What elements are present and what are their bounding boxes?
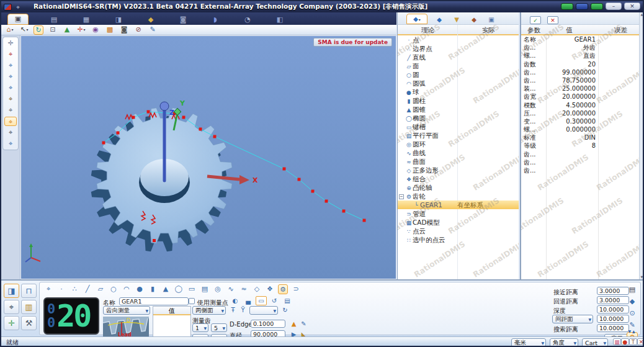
clearance-input[interactable]: 10.0000 <box>597 315 629 323</box>
probe-mode-disable[interactable]: ⌖ <box>4 50 17 59</box>
pipe-tool-icon[interactable]: ⊃ <box>291 284 301 294</box>
param-row[interactable]: 齿宽20.000000 <box>521 92 639 101</box>
tree-item-polygon[interactable]: ◇正多边形 <box>398 166 519 174</box>
flank-mode-dropdown[interactable]: 两侧面▼ <box>192 306 226 315</box>
tree-item-ellipse[interactable]: ◯椭圆 <box>398 114 519 122</box>
tab-rotate-view[interactable]: ↺ <box>269 296 280 305</box>
output-tool[interactable]: ⚒ <box>21 316 37 330</box>
sma-update-badge[interactable]: SMA is due for update <box>313 38 392 47</box>
probe-mode-point[interactable]: ⌖ <box>4 61 17 70</box>
param-row[interactable]: 压...20.000000 <box>521 109 639 117</box>
search-input[interactable]: 10.0000 <box>597 324 629 332</box>
home-button[interactable]: ⌂▾ <box>5 25 15 35</box>
features-tab[interactable]: ◆▾ <box>406 14 427 24</box>
features-icon[interactable]: ◆ <box>434 15 445 24</box>
param-row[interactable]: 装...25.000000 <box>521 84 639 92</box>
tree-item-cone[interactable]: ▲圆锥 <box>398 105 519 114</box>
point-tool-icon[interactable]: · <box>56 284 66 294</box>
polygon-tool-icon[interactable]: ◇ <box>252 284 262 294</box>
coordinate-system-tool[interactable]: ✛ <box>4 316 19 330</box>
param-row[interactable]: 螺...直齿 <box>521 52 639 60</box>
ribbon-tab-analysis[interactable]: ◗ <box>208 15 222 25</box>
parallel-planes-tool-icon[interactable]: ▤ <box>200 284 210 294</box>
tree-item-cad-model[interactable]: ▦CAD模型 <box>398 218 519 227</box>
probe-mode-curve[interactable]: ⌖ <box>4 128 17 137</box>
ribbon-tab-device[interactable]: ◙ <box>176 15 190 25</box>
dedge-input[interactable]: 0.1000 <box>251 320 285 328</box>
curve-tool-icon[interactable]: ∿ <box>226 284 236 294</box>
cone-tool-icon[interactable]: ▲ <box>161 284 171 294</box>
probe-tool-icon[interactable]: ⌖ <box>43 284 53 294</box>
tree-item-surface[interactable]: ≈曲面 <box>398 157 519 166</box>
param-row[interactable]: 齿...99.000000 <box>521 68 639 76</box>
tolerance-tool[interactable]: ▥ <box>21 300 37 314</box>
use-points-checkbox[interactable] <box>189 298 195 304</box>
probe-mode-manual[interactable]: ⌖ <box>4 139 17 148</box>
confirm-checkbox-icon[interactable]: ✓ <box>530 16 541 24</box>
tree-item-plane[interactable]: ▱面 <box>398 61 519 70</box>
tree-item-gear1[interactable]: └GEAR1有坐标系 <box>398 201 519 209</box>
param-row[interactable]: 齿...78.750000 <box>521 76 639 84</box>
tree-item-pipe[interactable]: ⊃管道 <box>398 209 519 218</box>
tree-item-circle[interactable]: ○圆 <box>398 70 519 79</box>
link-status-icon[interactable]: ✕ <box>637 338 644 345</box>
dedge-teach-icon[interactable]: ▲ <box>289 320 298 328</box>
probe-mode-vector[interactable]: ⌖ <box>4 94 17 104</box>
boundary-point-tool-icon[interactable]: ∴ <box>69 284 79 294</box>
layout-status-icon[interactable]: ▦ <box>613 338 621 345</box>
tree-item-cylinder[interactable]: ▮圆柱 <box>398 96 519 105</box>
zoom-window-button[interactable]: ⊡ <box>48 25 58 35</box>
tree-item-selected-point-cloud[interactable]: ∷选中的点云 <box>398 235 519 244</box>
joystick-icon[interactable] <box>561 3 573 10</box>
param-scrollbar[interactable]: ▲ ▼ <box>639 12 644 279</box>
units-dropdown[interactable]: 毫米▼ <box>511 338 546 347</box>
circle-tool-icon[interactable]: ○ <box>109 284 119 294</box>
background-color-button[interactable]: ▩ <box>105 25 115 35</box>
surface-tool-icon[interactable]: ≈ <box>239 284 249 294</box>
tab-probe-view[interactable]: ◐ <box>230 296 241 305</box>
select-cursor-button[interactable]: ↖▾ <box>19 25 29 35</box>
tree-item-combine[interactable]: ❖组合 <box>398 174 519 183</box>
cylinder-tool-icon[interactable]: ▮ <box>148 284 158 294</box>
expand-toggle-icon[interactable]: − <box>399 194 404 199</box>
tree-item-line[interactable]: ╱直线 <box>398 53 519 61</box>
monitor-icon[interactable]: ▣ <box>486 15 497 24</box>
tab-graph-view[interactable]: ▄ <box>243 296 254 305</box>
probe-mode-edge[interactable]: ⌖ <box>4 106 17 115</box>
param-row[interactable]: 螺...0.000000 <box>521 125 639 133</box>
probe-select-button[interactable]: ◆ <box>627 297 638 306</box>
param-row[interactable]: 齿...外齿 <box>521 43 639 52</box>
tree-item-curve[interactable]: ∿曲线 <box>398 148 519 157</box>
ellipse-tool-icon[interactable]: ◯ <box>174 284 184 294</box>
ribbon-tab-report[interactable]: ▤ <box>47 15 61 25</box>
edit-points-button[interactable]: ✎ <box>627 320 638 330</box>
torus-tool-icon[interactable]: ◎ <box>213 284 223 294</box>
name-input[interactable]: GEAR1 <box>119 297 189 305</box>
recalc-icon[interactable]: ↻ <box>280 306 290 314</box>
import-model-button[interactable]: ▲ <box>62 25 72 35</box>
rotate-view-button[interactable]: ↻ <box>34 25 43 35</box>
caliper-tool[interactable]: ⊓ <box>21 284 37 298</box>
slot-tool-icon[interactable]: ▭ <box>187 284 197 294</box>
tree-item-torus[interactable]: ◎圆环 <box>398 140 519 148</box>
param-row[interactable]: 等级8 <box>521 142 639 150</box>
minimize-button[interactable]: – <box>606 2 622 10</box>
tree-item-camshaft[interactable]: ⊕凸轮轴 <box>398 183 519 192</box>
probe-dir-t-icon[interactable]: Ŧ <box>228 306 238 314</box>
param-row[interactable]: 名称GEAR1 <box>521 35 639 43</box>
probe-mode-auto[interactable]: ⌖ <box>4 83 17 92</box>
z-axis-knob[interactable] <box>160 102 169 110</box>
coordinate-axes-button[interactable]: ✛▾ <box>76 25 86 35</box>
controller-icon[interactable] <box>576 3 588 10</box>
viewport-3d[interactable]: ZYX SMA is due for update <box>20 35 396 279</box>
retract-input[interactable]: 3.0000 <box>597 296 629 304</box>
gamepad-icon[interactable] <box>591 3 603 10</box>
tooth-1-dropdown[interactable]: 1▼ <box>192 323 208 332</box>
text-status-icon[interactable]: T <box>629 338 637 345</box>
param-row[interactable]: 齿... <box>521 166 639 174</box>
param-row[interactable]: 齿... <box>521 150 639 158</box>
angle-dropdown[interactable]: 角度▼ <box>550 338 578 347</box>
ribbon-tab-system[interactable]: ◧ <box>273 15 287 25</box>
tab-window-view[interactable]: ▭ <box>256 296 267 305</box>
param-row[interactable]: 齿数20 <box>521 60 639 68</box>
